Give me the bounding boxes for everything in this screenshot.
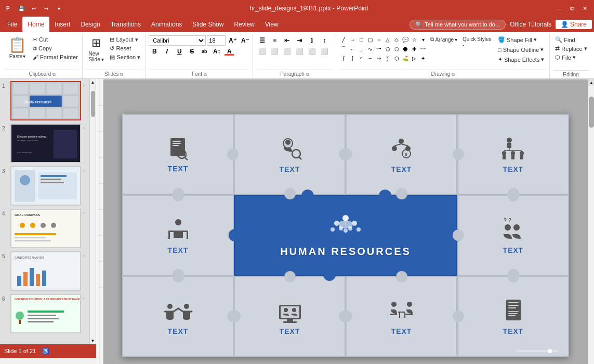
quick-styles-button[interactable]: Quick Styles - <box>460 35 495 49</box>
shape-effects-button[interactable]: ✦ Shape Effects ▾ <box>496 55 546 64</box>
font-family-select[interactable]: Calibri <box>149 35 206 46</box>
shape-wave[interactable]: 〰 <box>419 45 427 53</box>
shape-rect[interactable]: □ <box>357 35 365 44</box>
bold-button[interactable]: B <box>149 46 160 57</box>
shape-rounded-rect[interactable]: ▢ <box>366 35 374 44</box>
shape-connector[interactable]: ⌒ <box>339 45 348 53</box>
smallcaps-button[interactable]: ab <box>199 46 210 57</box>
align-left-button[interactable]: ⬜ <box>256 46 268 57</box>
shape-hexagon[interactable]: ⬡ <box>392 45 401 53</box>
font-increase-button[interactable]: A⁺ <box>227 35 238 46</box>
shape-chord[interactable]: ◜ <box>357 54 365 62</box>
close-button[interactable]: ✕ <box>579 3 590 14</box>
customize-qat-button[interactable]: ▾ <box>54 4 63 13</box>
menu-insert[interactable]: Insert <box>49 17 75 32</box>
convert-smartart-button[interactable]: ⬜ <box>319 46 330 57</box>
font-size-input[interactable] <box>207 35 226 46</box>
slide-thumb-4[interactable]: GOAL COMPASS <box>10 209 81 248</box>
new-slide-button[interactable]: ⊞ NewSlide ▾ <box>86 35 107 63</box>
puzzle-cell-3[interactable]: $ TEXT <box>346 114 457 195</box>
slide-thumb-2[interactable]: Effective problem-solving strategies of … <box>10 124 81 163</box>
char-spacing-button[interactable]: A↕ <box>211 46 222 57</box>
replace-button[interactable]: ⇄ Replace ▾ <box>553 44 589 53</box>
shape-arc[interactable]: ⌢ <box>366 54 374 62</box>
slide-canvas[interactable]: TEXT <box>122 114 569 357</box>
slide-panel-scrollbar[interactable]: ▲ ▼ <box>89 79 96 344</box>
clipboard-expand-icon[interactable]: ⧉ <box>52 72 56 77</box>
reset-button[interactable]: ↺ Reset <box>108 44 142 53</box>
canvas-scroll-thumb[interactable] <box>589 97 594 128</box>
shape-line[interactable]: ╱ <box>339 35 348 44</box>
menu-slideshow[interactable]: Slide Show <box>187 17 229 32</box>
scroll-up-arrow[interactable]: ▲ <box>90 79 96 86</box>
shape-bracket[interactable]: [ <box>348 54 357 62</box>
scroll-down-arrow[interactable]: ▼ <box>90 338 96 344</box>
shape-bent[interactable]: ⌐ <box>348 45 357 53</box>
puzzle-cell-1[interactable]: TEXT <box>122 114 234 195</box>
share-button[interactable]: 👤 Share <box>556 20 592 29</box>
zoom-slider[interactable] <box>517 350 558 352</box>
slide-thumb-1[interactable]: HUMAN RESOURCES <box>10 81 81 120</box>
section-button[interactable]: ▤ Section ▾ <box>108 53 142 62</box>
paragraph-expand-icon[interactable]: ⧉ <box>306 72 309 77</box>
canvas-scrollbar-v[interactable]: ▲ ▼ <box>588 79 594 364</box>
shape-curve[interactable]: 〜 <box>375 45 383 53</box>
format-painter-button[interactable]: 🖌 Format Painter <box>31 53 80 61</box>
layout-button[interactable]: ⊞ Layout ▾ <box>108 35 142 44</box>
bullets-button[interactable]: ☰ <box>256 35 268 46</box>
shape-equation[interactable]: ∑ <box>384 54 392 62</box>
menu-view[interactable]: View <box>260 17 284 32</box>
shape-cross[interactable]: ✚ <box>410 45 418 53</box>
shape-banner[interactable]: ⛳ <box>401 54 410 62</box>
align-center-button[interactable]: ⬜ <box>269 46 280 57</box>
menu-review[interactable]: Review <box>229 17 259 32</box>
puzzle-cell-10[interactable]: TEXT <box>346 276 457 357</box>
shape-arrow[interactable]: → <box>348 35 357 44</box>
shape-elbow[interactable]: ⌟ <box>357 45 365 53</box>
shape-outline-button[interactable]: □ Shape Outline ▾ <box>496 45 546 54</box>
puzzle-cell-8[interactable]: TEXT <box>122 276 234 357</box>
select-button[interactable]: ⬡ File ▾ <box>553 53 589 62</box>
restore-button[interactable]: ⧉ <box>567 3 577 14</box>
shape-action[interactable]: ▷ <box>410 54 418 62</box>
shape-triangle[interactable]: △ <box>384 35 392 44</box>
redo-qat-button[interactable]: ↪ <box>42 4 51 13</box>
puzzle-cell-11[interactable]: TEXT <box>457 276 569 357</box>
shape-flowchart[interactable]: ⬡ <box>392 54 401 62</box>
paste-button[interactable]: 📋 Paste▾ <box>5 35 30 60</box>
canvas-scroll-up[interactable]: ▲ <box>588 79 594 86</box>
shape-oval[interactable]: ○ <box>375 35 383 44</box>
shape-star[interactable]: ☆ <box>410 35 418 44</box>
text-direction-button[interactable]: ⬜ <box>306 46 318 57</box>
arrange-button[interactable]: ⧉ Arrange ▾ <box>428 35 459 44</box>
indent-decrease-button[interactable]: ⇤ <box>281 35 293 46</box>
shape-fill-button[interactable]: 🪣 Shape Fill ▾ <box>496 35 546 44</box>
puzzle-cell-5[interactable]: TEXT <box>122 195 234 276</box>
shape-diamond[interactable]: ◇ <box>392 35 401 44</box>
menu-transitions[interactable]: Transitions <box>105 17 146 32</box>
shape-misc[interactable]: ✦ <box>419 54 427 62</box>
drawing-expand-icon[interactable]: ⧉ <box>452 72 455 77</box>
line-spacing-button[interactable]: ↕ <box>319 35 330 46</box>
puzzle-cell-7[interactable]: ? ? TEXT <box>457 195 569 276</box>
indent-increase-button[interactable]: ⇥ <box>294 35 305 46</box>
italic-button[interactable]: I <box>161 46 173 57</box>
shape-block-arrow[interactable]: ⇒ <box>375 54 383 62</box>
justify-button[interactable]: ⬜ <box>294 46 305 57</box>
cut-button[interactable]: ✂ Cut <box>31 35 80 44</box>
numbered-list-button[interactable]: ≡ <box>269 35 280 46</box>
menu-home[interactable]: Home <box>22 17 49 32</box>
puzzle-cell-9[interactable]: TEXT <box>234 276 346 357</box>
shapes-more[interactable]: ▾ <box>419 35 427 44</box>
puzzle-cell-center[interactable]: HUMAN RESOURCES <box>234 195 457 276</box>
menu-animations[interactable]: Animations <box>146 17 187 32</box>
slide-thumb-6[interactable]: INSPIRING SOLUTION: A CANDIDATE'S MUST H… <box>10 294 81 333</box>
font-decrease-button[interactable]: A⁻ <box>239 35 250 46</box>
slide-thumb-3[interactable] <box>10 166 81 206</box>
slides-expand-icon[interactable]: ⧉ <box>120 72 123 77</box>
columns-button[interactable]: ⫿ <box>306 35 318 46</box>
font-color-button[interactable]: A <box>223 46 235 57</box>
minimize-button[interactable]: — <box>555 3 565 14</box>
copy-button[interactable]: ⧉ Copy <box>31 44 80 53</box>
find-button[interactable]: 🔍 Find <box>553 35 589 44</box>
